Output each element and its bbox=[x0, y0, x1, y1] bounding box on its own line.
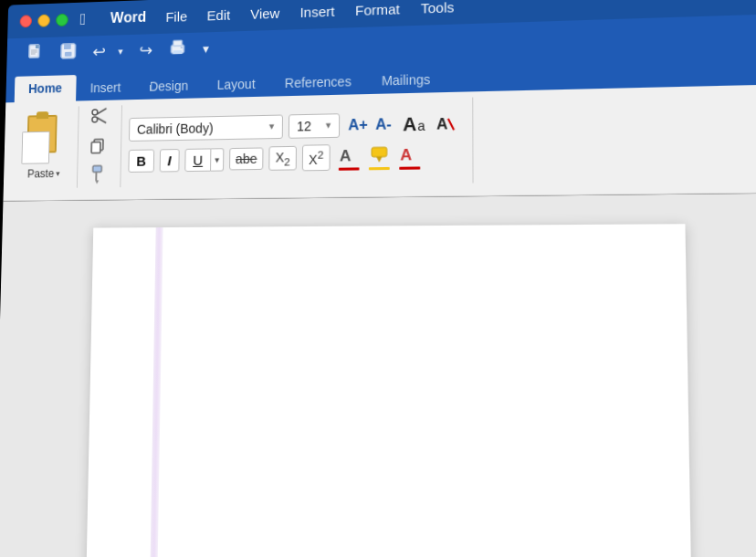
print-icon[interactable] bbox=[164, 36, 192, 64]
svg-rect-8 bbox=[65, 52, 72, 57]
maximize-button[interactable] bbox=[56, 14, 68, 26]
format-painter-icon[interactable] bbox=[85, 162, 112, 190]
svg-rect-21 bbox=[95, 172, 97, 180]
bold-button[interactable]: B bbox=[128, 149, 154, 172]
svg-rect-20 bbox=[93, 165, 102, 172]
paste-text: Paste bbox=[27, 167, 55, 180]
svg-marker-22 bbox=[95, 180, 99, 184]
font-row-1: Calibri (Body) ▾ 12 ▾ A+ A- bbox=[129, 110, 458, 142]
menu-tools[interactable]: Tools bbox=[411, 0, 464, 20]
underline-wrap: U ▾ bbox=[184, 148, 224, 172]
svg-text:A: A bbox=[400, 145, 412, 163]
font-size-value: 12 bbox=[297, 118, 311, 133]
underline-button[interactable]: U bbox=[184, 148, 211, 172]
superscript-button[interactable]: X2 bbox=[302, 144, 331, 171]
subscript-button[interactable]: X2 bbox=[269, 145, 297, 171]
svg-text:A: A bbox=[436, 115, 447, 131]
save-icon[interactable] bbox=[55, 39, 81, 67]
svg-point-14 bbox=[92, 109, 98, 114]
font-size-arrow-icon[interactable]: ▾ bbox=[326, 120, 331, 131]
font-row-2: B I U ▾ abe X2 bbox=[128, 141, 458, 174]
copy-icon[interactable] bbox=[85, 133, 112, 160]
svg-rect-11 bbox=[173, 40, 183, 46]
menu-edit[interactable]: Edit bbox=[198, 3, 240, 26]
paste-paper-icon bbox=[21, 131, 49, 164]
tab-references[interactable]: References bbox=[270, 68, 367, 96]
svg-marker-27 bbox=[376, 156, 382, 162]
tab-design[interactable]: Design bbox=[135, 72, 204, 100]
superscript-label: X2 bbox=[309, 149, 323, 167]
font-size-selector[interactable]: 12 ▾ bbox=[289, 113, 340, 139]
cut-icon[interactable] bbox=[86, 103, 113, 131]
font-color-icon[interactable]: A bbox=[336, 142, 362, 172]
tab-home[interactable]: Home bbox=[15, 75, 77, 102]
document-area[interactable] bbox=[0, 194, 756, 557]
ribbon-groups: Paste ▾ bbox=[21, 90, 756, 194]
svg-line-17 bbox=[97, 117, 106, 122]
char-style-icons: A a A bbox=[400, 110, 458, 136]
strikethrough-label: abe bbox=[236, 152, 257, 167]
font-name-arrow-icon[interactable]: ▾ bbox=[269, 121, 275, 132]
svg-rect-12 bbox=[173, 50, 182, 54]
undo-icon[interactable]: ↩ bbox=[88, 39, 110, 65]
document-page[interactable] bbox=[86, 224, 692, 557]
undo-dropdown-icon[interactable]: ▾ bbox=[113, 42, 128, 59]
paste-label[interactable]: Paste ▾ bbox=[27, 167, 60, 180]
traffic-lights bbox=[20, 14, 68, 27]
clear-formatting-icon[interactable]: A bbox=[432, 110, 459, 136]
change-case-icon[interactable]: A a bbox=[400, 112, 428, 135]
highlight-color-icon[interactable] bbox=[366, 142, 393, 171]
tab-insert[interactable]: Insert bbox=[76, 74, 135, 100]
svg-text:A: A bbox=[340, 146, 352, 164]
svg-rect-19 bbox=[91, 142, 100, 152]
paste-dropdown-arrow-icon[interactable]: ▾ bbox=[56, 169, 60, 178]
font-color-icons: A bbox=[336, 142, 424, 173]
minimize-button[interactable] bbox=[37, 15, 50, 27]
italic-button[interactable]: I bbox=[160, 149, 180, 172]
home-ribbon: Paste ▾ bbox=[3, 84, 756, 201]
new-document-icon[interactable] bbox=[22, 40, 48, 68]
subscript-label: X2 bbox=[276, 150, 290, 167]
tab-mailings[interactable]: Mailings bbox=[366, 66, 446, 94]
underline-dropdown-icon[interactable]: ▾ bbox=[211, 148, 224, 172]
svg-line-24 bbox=[448, 118, 454, 130]
font-name-value: Calibri (Body) bbox=[137, 121, 214, 137]
close-button[interactable] bbox=[20, 15, 32, 27]
font-color-red-icon[interactable]: A bbox=[396, 142, 423, 172]
svg-line-16 bbox=[97, 108, 106, 113]
doc-highlight bbox=[150, 227, 163, 557]
char-A-big-icon: A bbox=[403, 114, 416, 133]
app-window:  Word File Edit View Insert Format Tool… bbox=[0, 0, 756, 557]
menu-insert[interactable]: Insert bbox=[290, 0, 343, 24]
menu-file[interactable]: File bbox=[157, 5, 197, 28]
svg-point-15 bbox=[92, 116, 98, 121]
font-group: Calibri (Body) ▾ 12 ▾ A+ A- bbox=[128, 98, 474, 187]
strikethrough-button[interactable]: abe bbox=[229, 147, 264, 170]
menu-format[interactable]: Format bbox=[346, 0, 410, 22]
font-size-grow-shrink: A+ A- bbox=[345, 113, 394, 135]
paste-button[interactable] bbox=[21, 115, 68, 164]
clipboard-group: Paste ▾ bbox=[21, 106, 79, 188]
char-A-small-icon: a bbox=[417, 118, 425, 133]
tab-layout[interactable]: Layout bbox=[203, 70, 270, 98]
font-shrink-button[interactable]: A- bbox=[373, 113, 394, 134]
redo-icon[interactable]: ↪ bbox=[134, 37, 157, 63]
menu-view[interactable]: View bbox=[241, 1, 289, 26]
font-grow-button[interactable]: A+ bbox=[345, 114, 371, 135]
apple-logo-icon:  bbox=[80, 10, 87, 29]
cut-copy-group bbox=[85, 105, 122, 187]
svg-rect-26 bbox=[372, 147, 387, 157]
font-name-selector[interactable]: Calibri (Body) ▾ bbox=[129, 114, 283, 141]
app-name-menu[interactable]: Word bbox=[101, 5, 155, 31]
svg-rect-7 bbox=[64, 44, 71, 49]
more-quick-actions-icon[interactable]: ▾ bbox=[198, 38, 214, 58]
